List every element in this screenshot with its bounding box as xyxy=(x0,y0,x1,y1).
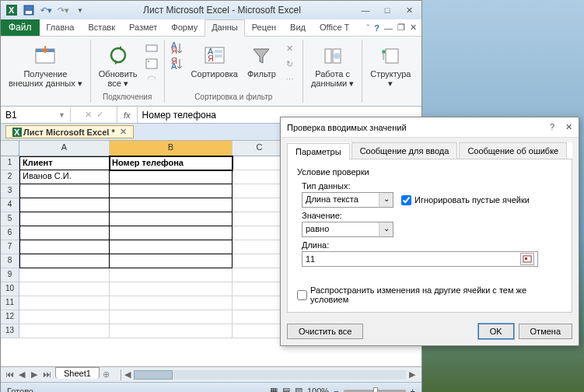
close-icon[interactable]: ✕ xyxy=(400,4,418,16)
edit-links-icon[interactable] xyxy=(144,72,159,86)
tab-review[interactable]: Рецен xyxy=(245,19,283,36)
cell[interactable] xyxy=(110,324,233,338)
sort-button[interactable]: АЯ Сортировка xyxy=(188,41,241,80)
row-header[interactable]: 12 xyxy=(1,310,19,324)
mdi-close-icon[interactable]: ✕ xyxy=(410,23,417,33)
sheet-tab[interactable]: Sheet1 xyxy=(55,367,100,379)
dialog-tab-params[interactable]: Параметры xyxy=(287,143,350,159)
row-header[interactable]: 4 xyxy=(1,198,19,212)
cell[interactable] xyxy=(19,254,110,268)
reapply-icon[interactable]: ↻ xyxy=(282,57,298,71)
cell[interactable] xyxy=(110,198,233,212)
cell[interactable]: Клиент xyxy=(19,156,110,170)
dialog-tab-error-msg[interactable]: Сообщение об ошибке xyxy=(459,142,567,159)
file-tab[interactable]: Файл xyxy=(1,19,40,36)
sort-desc-icon[interactable]: ЯА xyxy=(170,57,185,71)
tab-insert[interactable]: Вставк xyxy=(81,19,122,36)
row-header[interactable]: 5 xyxy=(1,212,19,226)
tab-layout[interactable]: Размет xyxy=(122,19,164,36)
cell[interactable] xyxy=(19,212,110,226)
hscroll-right-icon[interactable]: ▶ xyxy=(406,369,418,380)
cell[interactable] xyxy=(110,212,233,226)
cell[interactable] xyxy=(233,240,287,254)
row-header[interactable]: 6 xyxy=(1,226,19,240)
cell[interactable] xyxy=(233,156,287,170)
view-layout-icon[interactable]: ▤ xyxy=(282,386,290,392)
save-icon[interactable] xyxy=(21,3,37,17)
cell[interactable] xyxy=(19,226,110,240)
cell[interactable] xyxy=(110,254,233,268)
cell[interactable] xyxy=(110,296,233,310)
cell[interactable] xyxy=(233,324,287,338)
cell[interactable] xyxy=(233,198,287,212)
view-break-icon[interactable]: ▧ xyxy=(295,386,302,392)
select-all-corner[interactable] xyxy=(1,141,19,156)
row-header[interactable]: 3 xyxy=(1,184,19,198)
sheet-nav-next-icon[interactable]: ▶ xyxy=(29,369,40,380)
sheet-nav-last-icon[interactable]: ⏭ xyxy=(41,369,52,380)
cell[interactable] xyxy=(233,268,287,282)
new-sheet-icon[interactable]: ⊕ xyxy=(103,369,110,380)
cell[interactable] xyxy=(110,184,233,198)
clear-filter-icon[interactable]: ✕ xyxy=(282,41,298,55)
propagate-checkbox[interactable]: Распространить изменения на другие ячейк… xyxy=(297,285,562,304)
row-header[interactable]: 10 xyxy=(1,282,19,296)
tab-view[interactable]: Вид xyxy=(283,19,313,36)
cell[interactable] xyxy=(233,296,287,310)
name-box[interactable]: ▼ xyxy=(1,108,71,122)
close-workbook-icon[interactable]: ✕ xyxy=(120,127,127,137)
cell[interactable] xyxy=(19,184,110,198)
get-external-data-button[interactable]: Получение внешних данных ▾ xyxy=(5,41,86,90)
cell[interactable] xyxy=(19,310,110,324)
ribbon-minimize-icon[interactable]: ˇ xyxy=(367,23,370,33)
cell[interactable] xyxy=(233,170,287,184)
sheet-nav-prev-icon[interactable]: ◀ xyxy=(16,369,27,380)
undo-icon[interactable]: ↶▾ xyxy=(38,3,54,17)
cell[interactable] xyxy=(233,226,287,240)
row-header[interactable]: 8 xyxy=(1,254,19,268)
row-header[interactable]: 7 xyxy=(1,240,19,254)
cell[interactable] xyxy=(110,240,233,254)
tab-home[interactable]: Главна xyxy=(40,19,82,36)
cell[interactable] xyxy=(19,324,110,338)
dialog-close-icon[interactable]: ✕ xyxy=(565,122,572,132)
clear-all-button[interactable]: Очистить все xyxy=(287,324,363,339)
fx-icon[interactable]: fx xyxy=(117,107,138,123)
cell[interactable] xyxy=(233,310,287,324)
hscroll-left-icon[interactable]: ◀ xyxy=(121,369,134,380)
excel-icon[interactable]: X xyxy=(4,3,19,17)
col-header[interactable]: C xyxy=(233,141,287,156)
cell[interactable] xyxy=(110,310,233,324)
zoom-slider[interactable] xyxy=(344,390,406,393)
help-icon[interactable]: ? xyxy=(374,23,379,33)
ignore-blank-checkbox[interactable]: Игнорировать пустые ячейки xyxy=(401,195,530,205)
tab-office[interactable]: Office T xyxy=(313,19,356,36)
maximize-icon[interactable]: □ xyxy=(378,4,397,16)
cell[interactable] xyxy=(233,184,287,198)
hscroll-thumb[interactable] xyxy=(134,370,173,380)
properties-icon[interactable] xyxy=(144,57,159,71)
cell[interactable] xyxy=(19,282,110,296)
data-tools-button[interactable]: Работа с данными ▾ xyxy=(308,41,357,90)
tab-formulas[interactable]: Форму xyxy=(164,19,205,36)
cancel-button[interactable]: Отмена xyxy=(519,324,572,339)
connections-icon[interactable] xyxy=(144,41,159,55)
outline-button[interactable]: Структура ▾ xyxy=(367,41,414,90)
sheet-nav-first-icon[interactable]: ⏮ xyxy=(4,369,15,380)
dialog-help-icon[interactable]: ? xyxy=(550,122,554,132)
dialog-tab-input-msg[interactable]: Сообщение для ввода xyxy=(351,142,458,159)
cell[interactable] xyxy=(233,212,287,226)
advanced-icon[interactable]: ⋯ xyxy=(282,72,298,86)
cell[interactable] xyxy=(19,240,110,254)
cell[interactable]: Иванов С.И. xyxy=(19,170,110,184)
view-normal-icon[interactable]: ▦ xyxy=(270,386,278,392)
cell[interactable] xyxy=(110,170,233,184)
col-header[interactable]: B xyxy=(110,141,233,156)
cell[interactable] xyxy=(110,226,233,240)
cell[interactable] xyxy=(19,198,110,212)
data-combo[interactable]: равно ⌄ xyxy=(302,222,393,237)
cell[interactable] xyxy=(233,254,287,268)
row-header[interactable]: 11 xyxy=(1,296,19,310)
cell[interactable] xyxy=(110,268,233,282)
refresh-all-button[interactable]: Обновить все ▾ xyxy=(96,41,141,90)
